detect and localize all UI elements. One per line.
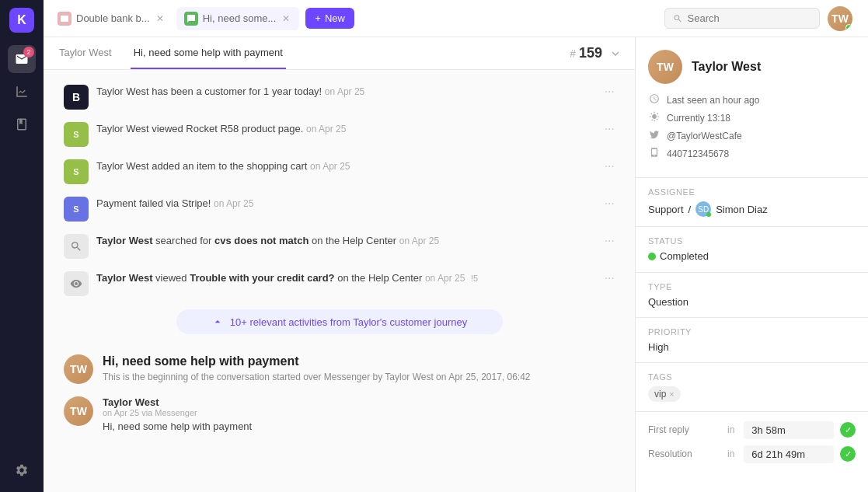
conversation-number: # 159: [570, 45, 602, 61]
tag-vip: vip ×: [648, 386, 681, 402]
status-label: Status: [648, 236, 856, 246]
online-indicator: [845, 24, 852, 31]
event-content: Taylor West viewed Trouble with your cre…: [96, 271, 597, 285]
user-menu[interactable]: TW: [828, 6, 852, 31]
sla-resolution-row: Resolution in 6d 21h 49m ✓: [648, 445, 856, 463]
tags-list: vip ×: [648, 386, 856, 402]
settings-icon: [15, 463, 29, 477]
event-icon-badge: B: [64, 85, 89, 110]
conversation-area: Taylor West Hi, need some help with paym…: [44, 37, 868, 492]
tab-2[interactable]: Hi, need some... ✕: [176, 7, 300, 30]
reply-author-name: Taylor West: [103, 396, 252, 408]
status-dot: [648, 253, 656, 260]
tab-1-label: Double bank b...: [76, 12, 150, 24]
event-options[interactable]: ···: [605, 234, 615, 248]
priority-value: High: [648, 341, 856, 353]
event-icon-search: [64, 234, 89, 259]
type-section: Type Question: [636, 273, 868, 318]
conversation-message-start: TW Hi, need some help with payment This …: [56, 342, 622, 396]
clock-icon: [648, 93, 661, 106]
conv-tab-title[interactable]: Hi, need some help with payment: [131, 37, 286, 69]
tab-2-icon: [184, 12, 198, 26]
search-area: TW: [357, 6, 862, 31]
profile-section: TW Taylor West Last seen an hour ago Cur…: [636, 37, 868, 178]
timeline-item: Taylor West searched for cvs does not ma…: [56, 229, 622, 264]
tag-vip-remove[interactable]: ×: [669, 389, 674, 399]
app-logo[interactable]: K: [9, 8, 34, 33]
search-box[interactable]: [664, 8, 820, 29]
left-sidebar: K 2: [0, 0, 44, 492]
message-title: Hi, need some help with payment: [103, 354, 531, 368]
timeline-item: S Payment failed via Stripe! on Apr 25 ·…: [56, 191, 622, 227]
event-options[interactable]: ···: [605, 122, 615, 136]
sidebar-item-book[interactable]: [8, 110, 36, 138]
assignee-row: Support / SD Simon Diaz: [648, 201, 856, 217]
chart-icon: [15, 85, 29, 99]
sla-first-reply-row: First reply in 3h 58m ✓: [648, 421, 856, 439]
tags-label: Tags: [648, 372, 856, 382]
twitter-icon: [648, 129, 661, 142]
activity-banner[interactable]: 10+ relevant activities from Taylor's cu…: [176, 309, 503, 334]
reply-text: Hi, need some help with payment: [103, 420, 252, 432]
user-avatar: TW: [828, 6, 852, 31]
event-content: Payment failed via Stripe! on Apr 25: [96, 197, 597, 211]
event-options[interactable]: ···: [605, 271, 615, 285]
book-icon: [15, 117, 29, 131]
event-options[interactable]: ···: [605, 159, 615, 173]
reply-body: Taylor West on Apr 25 via Messenger Hi, …: [103, 396, 252, 432]
timeline-item: Taylor West viewed Trouble with your cre…: [56, 266, 622, 302]
tags-section: Tags vip ×: [636, 363, 868, 412]
event-content: Taylor West has been a customer for 1 ye…: [96, 85, 597, 99]
sidebar-item-chart[interactable]: [8, 78, 36, 106]
type-value: Question: [648, 296, 856, 308]
status-section: Status Completed: [636, 227, 868, 273]
event-content: Taylor West viewed Rocket R58 product pa…: [96, 122, 597, 136]
timeline-item: S Taylor West added an item to the shopp…: [56, 154, 622, 190]
activity-arrow-icon: [211, 316, 224, 328]
profile-phone: 440712345678: [648, 147, 856, 160]
sla-first-reply-check: ✓: [840, 422, 856, 438]
tab-bar: Double bank b... ✕ Hi, need some... ✕ + …: [44, 0, 868, 37]
new-button-plus-icon: +: [315, 12, 321, 24]
profile-name: Taylor West: [692, 60, 761, 74]
priority-label: Priority: [648, 327, 856, 337]
tab-2-close[interactable]: ✕: [281, 12, 291, 26]
type-label: Type: [648, 282, 856, 291]
event-content: Taylor West added an item to the shoppin…: [96, 159, 597, 173]
phone-icon: [648, 147, 661, 160]
assignee-online-dot: [706, 212, 711, 217]
search-input[interactable]: [688, 12, 811, 24]
tab-2-label: Hi, need some...: [203, 12, 277, 24]
event-content: Taylor West searched for cvs does not ma…: [96, 234, 597, 248]
sla-resolution-label: Resolution: [648, 448, 718, 459]
message-author-avatar: TW: [64, 354, 93, 384]
sla-section: First reply in 3h 58m ✓ Resolution in 6d…: [636, 412, 868, 479]
event-icon-view: [64, 271, 89, 296]
search-icon: [673, 13, 683, 24]
timeline-item: S Taylor West viewed Rocket R58 product …: [56, 117, 622, 152]
sidebar-item-settings[interactable]: [8, 456, 36, 484]
conv-header-right: # 159: [570, 45, 622, 61]
expand-icon[interactable]: [608, 47, 622, 61]
sidebar-item-inbox[interactable]: 2: [8, 45, 36, 73]
profile-twitter: @TaylorWestCafe: [648, 129, 856, 142]
main-content: Double bank b... ✕ Hi, need some... ✕ + …: [44, 0, 868, 492]
event-options[interactable]: ···: [605, 197, 615, 211]
sla-resolution-check: ✓: [840, 446, 856, 462]
event-options[interactable]: ···: [605, 85, 615, 99]
new-button-label: New: [325, 12, 345, 24]
tab-1[interactable]: Double bank b... ✕: [50, 7, 173, 30]
tab-1-icon: [58, 12, 71, 26]
sun-icon: [648, 111, 661, 124]
timeline-item: B Taylor West has been a customer for 1 …: [56, 79, 622, 115]
reply-block: TW Taylor West on Apr 25 via Messenger H…: [56, 396, 622, 445]
timeline: B Taylor West has been a customer for 1 …: [44, 70, 635, 492]
tab-1-close[interactable]: ✕: [155, 12, 166, 26]
new-conversation-button[interactable]: + New: [305, 8, 354, 29]
conv-tab-contact[interactable]: Taylor West: [56, 37, 115, 69]
sla-first-reply-label: First reply: [648, 424, 718, 435]
message-body: Hi, need some help with payment This is …: [103, 354, 531, 382]
assignee-label: Assignee: [648, 187, 856, 197]
profile-avatar: TW: [648, 50, 682, 84]
right-panel: TW Taylor West Last seen an hour ago Cur…: [635, 37, 868, 492]
